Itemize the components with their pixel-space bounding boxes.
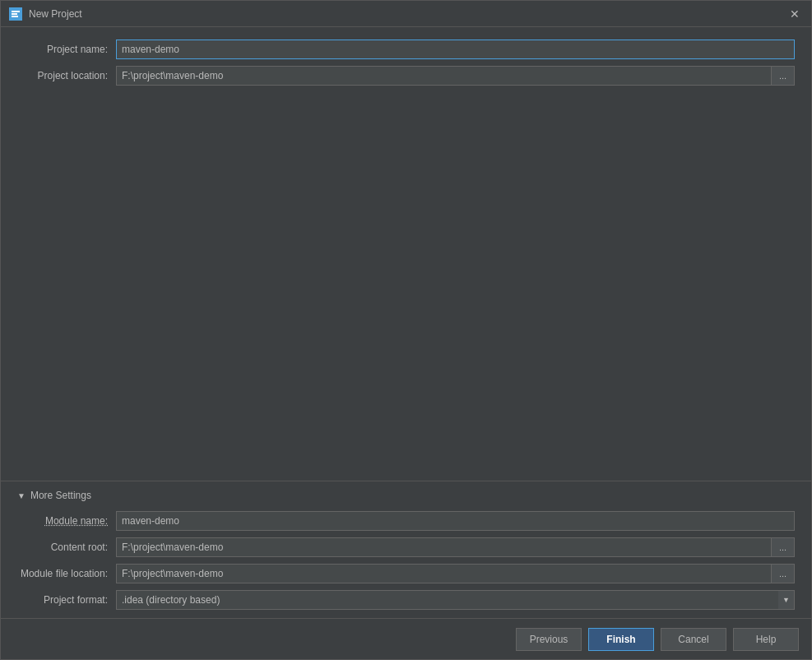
module-name-label: Module name: — [17, 515, 108, 527]
project-name-input[interactable] — [116, 40, 795, 59]
module-name-input[interactable] — [116, 511, 795, 531]
new-project-dialog: New Project ✕ Project name: Project loca… — [0, 0, 812, 660]
title-bar: New Project ✕ — [1, 1, 811, 27]
project-location-input-group: ... — [116, 66, 795, 86]
svg-rect-1 — [12, 11, 20, 12]
content-root-input[interactable] — [116, 537, 772, 557]
project-name-row: Project name: — [17, 40, 795, 59]
svg-rect-3 — [12, 16, 18, 17]
project-location-browse-button[interactable]: ... — [772, 66, 795, 86]
content-area: Project name: Project location: ... — [1, 27, 811, 481]
project-name-label: Project name: — [17, 44, 108, 55]
module-file-location-input[interactable] — [116, 564, 772, 583]
project-location-input[interactable] — [116, 66, 772, 86]
content-root-browse-button[interactable]: ... — [772, 537, 795, 557]
finish-button[interactable]: Finish — [588, 628, 654, 651]
dialog-title: New Project — [29, 8, 82, 20]
module-file-location-input-group: ... — [116, 564, 795, 583]
project-format-select-wrapper: .idea (directory based) .ipr (file based… — [116, 590, 795, 610]
more-settings-header[interactable]: ▼ More Settings — [17, 490, 795, 501]
more-settings-label: More Settings — [30, 490, 91, 501]
project-format-select[interactable]: .idea (directory based) .ipr (file based… — [116, 590, 795, 610]
module-file-location-browse-button[interactable]: ... — [772, 564, 795, 583]
help-button[interactable]: Help — [733, 628, 799, 651]
content-root-input-group: ... — [116, 537, 795, 557]
project-location-row: Project location: ... — [17, 66, 795, 86]
cancel-button[interactable]: Cancel — [661, 628, 726, 651]
collapse-icon: ▼ — [17, 491, 26, 500]
button-bar: Previous Finish Cancel Help — [1, 618, 811, 659]
svg-rect-2 — [12, 13, 17, 15]
project-format-label: Project format: — [17, 594, 108, 606]
previous-button[interactable]: Previous — [516, 628, 582, 651]
empty-space — [17, 92, 795, 468]
content-root-label: Content root: — [17, 541, 108, 553]
module-name-row: Module name: — [17, 511, 795, 531]
module-file-location-row: Module file location: ... — [17, 564, 795, 583]
close-button[interactable]: ✕ — [786, 6, 803, 22]
project-format-row: Project format: .idea (directory based) … — [17, 590, 795, 610]
more-settings-content: Module name: Content root: ... Module fi… — [17, 511, 795, 610]
project-location-label: Project location: — [17, 70, 108, 81]
title-bar-left: New Project — [9, 7, 82, 21]
dialog-icon — [9, 7, 22, 21]
module-file-location-label: Module file location: — [17, 568, 108, 579]
more-settings-section: ▼ More Settings Module name: Content roo… — [1, 481, 811, 618]
content-root-row: Content root: ... — [17, 537, 795, 557]
